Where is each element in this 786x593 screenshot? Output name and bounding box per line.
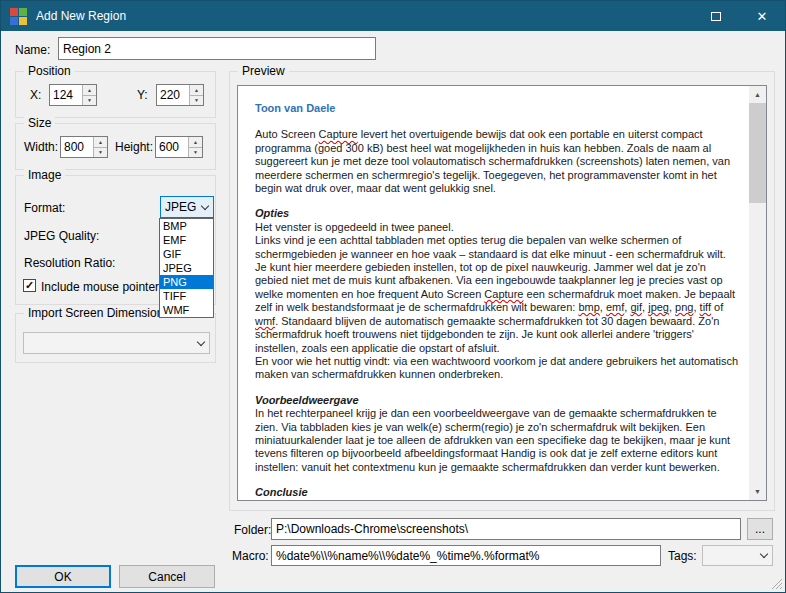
x-spin-up-icon[interactable]: ▲: [82, 85, 96, 96]
chevron-down-icon: [755, 546, 772, 565]
add-new-region-dialog: Add New Region ✕ Name: Region 2 Position…: [0, 0, 786, 593]
chevron-down-icon: [192, 333, 209, 353]
y-label: Y:: [137, 88, 148, 102]
resolution-ratio-label: Resolution Ratio:: [24, 256, 115, 270]
window-controls: ✕: [693, 1, 785, 31]
name-input[interactable]: Region 2: [58, 37, 376, 60]
preview-paragraph: In het rechterpaneel krijg je dan een vo…: [255, 407, 739, 474]
preview-paragraph: Het venster is opgedeeld in twee paneel.: [255, 221, 739, 234]
width-spin-up-icon[interactable]: ▲: [93, 137, 107, 148]
x-label: X:: [30, 88, 41, 102]
import-screen-dimensions-combobox[interactable]: [23, 332, 210, 354]
preview-intro-paragraph: Auto Screen Capture levert het overtuige…: [255, 128, 739, 195]
width-value[interactable]: 800: [61, 137, 93, 157]
tags-label: Tags:: [668, 549, 697, 563]
maximize-icon: [711, 12, 721, 21]
preview-paragraph: En voor wie het nuttig vindt: via een wa…: [255, 355, 739, 382]
format-value: JPEG: [165, 200, 196, 214]
format-dropdown-list: BMP EMF GIF JPEG PNG TIFF WMF: [159, 218, 214, 318]
browse-folder-button[interactable]: ...: [747, 518, 773, 540]
y-value[interactable]: 220: [157, 85, 189, 105]
resize-grip[interactable]: [771, 578, 783, 590]
import-group-title: Import Screen Dimensions: [24, 306, 173, 320]
scrollbar-thumb[interactable]: [749, 103, 766, 203]
height-value[interactable]: 600: [156, 137, 188, 157]
jpeg-quality-label: JPEG Quality:: [24, 229, 99, 243]
width-spin-down-icon[interactable]: ▼: [93, 148, 107, 158]
ok-button[interactable]: OK: [15, 565, 111, 588]
x-spin-down-icon[interactable]: ▼: [82, 96, 96, 106]
x-spinner[interactable]: 124 ▲ ▼: [49, 84, 97, 106]
position-group: Position X: 124 ▲ ▼ Y: 220 ▲ ▼: [15, 71, 216, 118]
size-group: Size Width: 800 ▲ ▼ Height: 600 ▲ ▼: [15, 123, 216, 170]
macro-label: Macro:: [232, 549, 269, 563]
format-label: Format:: [24, 201, 65, 215]
name-label: Name:: [15, 43, 50, 57]
macro-input[interactable]: %date%\\%name%\\%date%_%time%.%format%: [271, 545, 661, 566]
y-spinner[interactable]: 220 ▲ ▼: [156, 84, 204, 106]
window-title: Add New Region: [36, 9, 126, 23]
scroll-up-icon[interactable]: ▲: [749, 86, 766, 103]
preview-author: Toon van Daele: [255, 102, 739, 115]
position-group-title: Position: [24, 64, 75, 78]
width-label: Width:: [24, 140, 58, 154]
preview-heading-conclusie: Conclusie: [255, 486, 739, 499]
height-spin-down-icon[interactable]: ▼: [188, 148, 202, 158]
include-mouse-pointer-checkbox[interactable]: ✓: [23, 279, 36, 292]
y-spin-up-icon[interactable]: ▲: [189, 85, 203, 96]
format-option-jpeg[interactable]: JPEG: [160, 261, 213, 275]
maximize-button[interactable]: [693, 1, 739, 31]
y-spin-down-icon[interactable]: ▼: [189, 96, 203, 106]
format-option-wmf[interactable]: WMF: [160, 303, 213, 317]
preview-content: Toon van Daele Auto Screen Capture lever…: [238, 86, 749, 500]
title-bar: Add New Region ✕: [1, 1, 785, 31]
format-option-tiff[interactable]: TIFF: [160, 289, 213, 303]
format-option-emf[interactable]: EMF: [160, 233, 213, 247]
format-combobox[interactable]: JPEG: [160, 196, 214, 218]
x-value[interactable]: 124: [50, 85, 82, 105]
format-option-bmp[interactable]: BMP: [160, 219, 213, 233]
app-icon: [10, 8, 27, 25]
size-group-title: Size: [24, 116, 55, 130]
format-option-png[interactable]: PNG: [160, 275, 213, 289]
preview-panel: Toon van Daele Auto Screen Capture lever…: [237, 85, 767, 501]
preview-paragraph: Links vind je een achttal tabbladen met …: [255, 234, 739, 355]
height-label: Height:: [115, 140, 153, 154]
chevron-down-icon: [196, 197, 213, 217]
folder-label: Folder:: [234, 523, 271, 537]
height-spin-up-icon[interactable]: ▲: [188, 137, 202, 148]
import-screen-dimensions-group: Import Screen Dimensions: [15, 313, 216, 363]
preview-group-title: Preview: [238, 64, 289, 78]
preview-heading-opties: Opties: [255, 207, 739, 220]
height-spinner[interactable]: 600 ▲ ▼: [155, 136, 203, 158]
width-spinner[interactable]: 800 ▲ ▼: [60, 136, 108, 158]
include-mouse-pointer-label[interactable]: Include mouse pointer: [41, 280, 159, 294]
folder-input[interactable]: P:\Downloads-Chrome\screenshots\: [271, 518, 741, 540]
close-icon: ✕: [757, 9, 768, 24]
scroll-down-icon[interactable]: ▼: [749, 483, 766, 500]
close-button[interactable]: ✕: [739, 1, 785, 31]
image-group-title: Image: [24, 168, 65, 182]
cancel-button[interactable]: Cancel: [119, 565, 215, 588]
format-option-gif[interactable]: GIF: [160, 247, 213, 261]
tags-combobox[interactable]: [702, 545, 773, 566]
preview-heading-voorbeeldweergave: Voorbeeldweergave: [255, 394, 739, 407]
preview-scrollbar[interactable]: ▲ ▼: [749, 86, 766, 500]
